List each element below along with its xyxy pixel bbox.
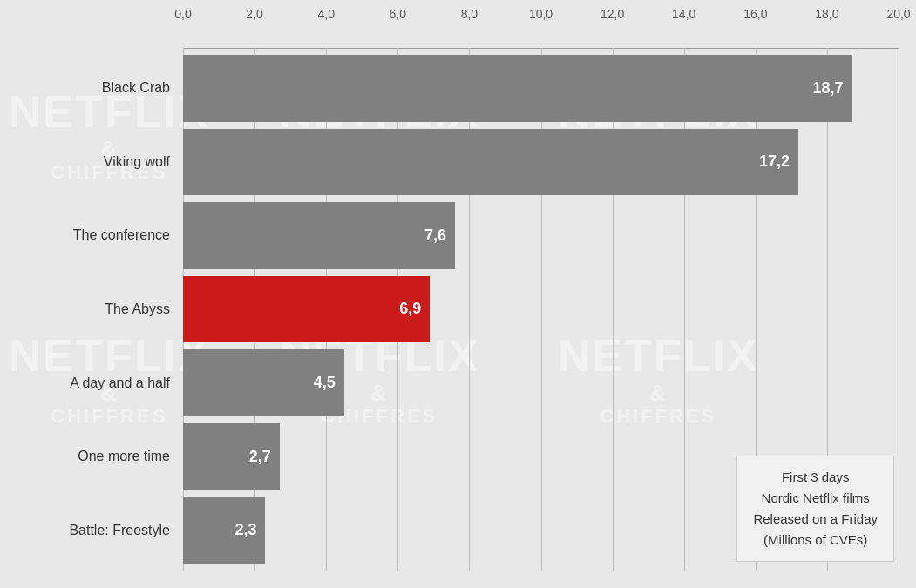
x-tick-2: 4,0 <box>317 7 334 21</box>
bar-value-0: 18,7 <box>813 79 844 98</box>
bar-6: 2,3 <box>183 497 265 564</box>
legend-line1: First 3 days <box>782 470 850 484</box>
chart-container: NETFLIX&CHIFFRES NETFLIX&CHIFFRES NETFLI… <box>0 0 916 588</box>
bar-row-0: 18,7 <box>183 55 899 122</box>
bar-row-3: 6,9 <box>183 276 899 343</box>
bar-value-1: 17,2 <box>759 152 790 171</box>
y-label-6: Battle: Freestyle <box>69 523 170 538</box>
bar-value-4: 4,5 <box>314 374 336 392</box>
bar-row-4: 4,5 <box>183 349 899 416</box>
bar-value-3: 6,9 <box>399 300 421 318</box>
y-label-1: Viking wolf <box>104 154 170 170</box>
grid-line-10 <box>899 48 899 571</box>
bar-value-2: 7,6 <box>424 226 446 245</box>
x-tick-8: 16,0 <box>743 7 767 21</box>
legend-line2: Nordic Netflix films <box>762 490 870 505</box>
y-label-0: Black Crab <box>102 80 170 96</box>
x-axis-labels: 0,02,04,06,08,010,012,014,016,018,020,0 <box>183 7 899 29</box>
bar-row-2: 7,6 <box>183 202 899 269</box>
y-label-3: The Abyss <box>105 301 170 317</box>
legend-line3: Released on a Friday <box>753 511 878 526</box>
x-tick-1: 2,0 <box>246 7 262 21</box>
x-tick-6: 12,0 <box>600 7 624 21</box>
bar-1: 17,2 <box>183 129 798 196</box>
x-tick-4: 8,0 <box>461 7 478 21</box>
x-tick-10: 20,0 <box>886 7 910 21</box>
bar-value-5: 2,7 <box>249 448 271 466</box>
x-tick-3: 6,0 <box>390 7 406 21</box>
x-tick-7: 14,0 <box>672 7 695 21</box>
y-label-4: A day and a half <box>70 375 170 391</box>
y-labels: Black CrabViking wolfThe conferenceThe A… <box>0 48 179 571</box>
legend-line4: (Millions of CVEs) <box>763 532 867 547</box>
legend-box: First 3 days Nordic Netflix films Releas… <box>736 456 894 562</box>
x-tick-9: 18,0 <box>815 7 838 21</box>
bar-4: 4,5 <box>183 349 344 416</box>
bar-3: 6,9 <box>183 276 430 343</box>
x-tick-5: 10,0 <box>529 7 553 21</box>
bar-0: 18,7 <box>183 55 852 122</box>
bar-5: 2,7 <box>183 423 280 490</box>
bar-value-6: 2,3 <box>234 521 256 539</box>
y-label-5: One more time <box>78 449 170 464</box>
bar-2: 7,6 <box>183 202 455 269</box>
x-tick-0: 0,0 <box>174 7 191 21</box>
bar-row-1: 17,2 <box>183 129 899 196</box>
y-label-2: The conference <box>73 227 170 243</box>
